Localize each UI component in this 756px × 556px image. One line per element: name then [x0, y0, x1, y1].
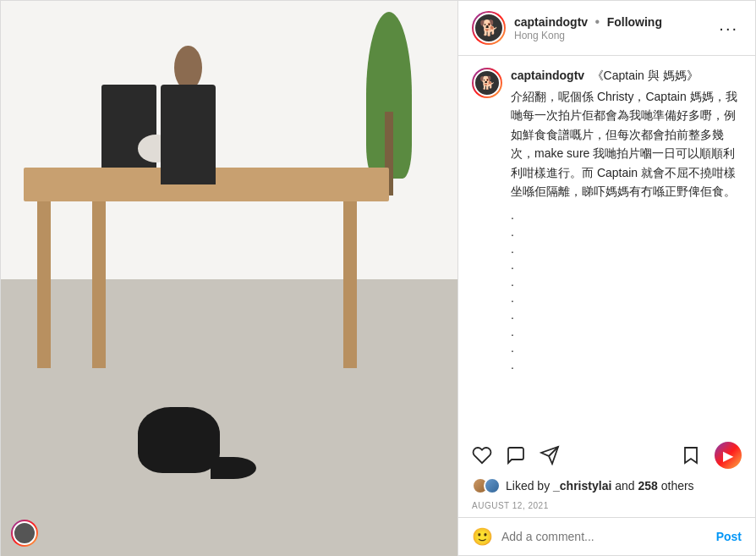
liked-by-label: Liked by	[506, 479, 550, 493]
header-user-info: captaindogtv • Following Hong Kong	[514, 14, 707, 41]
person-body	[161, 85, 216, 184]
header-username[interactable]: captaindogtv	[514, 15, 588, 29]
post-date: AUGUST 12, 2021	[458, 498, 755, 517]
likes-count: 258	[638, 479, 657, 493]
bookmark-icon	[681, 445, 701, 465]
viewer-avatar-inner	[13, 521, 36, 545]
bookmark-button[interactable]	[681, 445, 701, 465]
post-actions: ▶	[458, 433, 755, 474]
comment-button[interactable]	[506, 445, 526, 465]
emoji-picker-button[interactable]: 🙂	[472, 526, 493, 547]
header-dot: •	[595, 14, 600, 29]
caption-avatar-ring: 🐕	[472, 68, 502, 98]
profile-avatar-ring: 🐕	[472, 11, 506, 45]
share-icon	[540, 445, 560, 465]
comment-post-button[interactable]: Post	[716, 530, 742, 543]
reel-button[interactable]: ▶	[715, 442, 742, 469]
profile-avatar: 🐕	[474, 13, 504, 43]
header-following[interactable]: Following	[607, 15, 662, 29]
dog-avatar-icon: 🐕	[479, 19, 498, 37]
table-leg-1	[37, 201, 51, 368]
likes-others: others	[661, 479, 694, 493]
person-head	[174, 46, 201, 91]
reel-icon-symbol: ▶	[723, 448, 733, 464]
caption-dog-icon: 🐕	[479, 75, 496, 91]
table-leg-3	[92, 201, 106, 368]
cat-tail	[211, 457, 256, 479]
post-caption-area: 🐕 captaindogtv 《Captain 與 媽媽》 介紹翻，呢個係 Ch…	[458, 56, 755, 433]
share-button[interactable]	[540, 445, 560, 465]
table-leg-2	[343, 201, 357, 368]
header-username-row: captaindogtv • Following	[514, 14, 707, 30]
cat-body	[138, 407, 220, 474]
caption-body: 介紹翻，呢個係 Christy，Captain 媽媽，我哋每一次拍片佢都會為我哋…	[511, 87, 742, 201]
caption-username[interactable]: captaindogtv	[511, 69, 584, 82]
header-location: Hong Kong	[514, 30, 707, 41]
caption-header: 🐕 captaindogtv 《Captain 與 媽媽》 介紹翻，呢個係 Ch…	[472, 68, 742, 373]
caption-dots: ..........	[511, 207, 742, 373]
comment-box: 🙂 Post	[458, 517, 755, 555]
liker-avatar-2	[484, 477, 501, 494]
viewer-avatar	[11, 520, 38, 547]
comment-input[interactable]	[501, 530, 708, 543]
likes-and: and	[615, 479, 634, 493]
likes-avatars	[472, 477, 501, 494]
post-content: 🐕 captaindogtv • Following Hong Kong ···…	[457, 1, 755, 555]
like-button[interactable]	[472, 445, 492, 465]
likes-username[interactable]: _christylai	[553, 479, 611, 493]
likes-text: Liked by _christylai and 258 others	[506, 479, 694, 493]
comment-icon	[506, 445, 526, 465]
instagram-post: 🐕 captaindogtv • Following Hong Kong ···…	[0, 0, 756, 556]
floor-bg	[1, 279, 457, 557]
post-likes: Liked by _christylai and 258 others	[458, 474, 755, 498]
more-options-button[interactable]: ···	[715, 15, 742, 41]
heart-icon	[472, 445, 492, 465]
caption-text: captaindogtv 《Captain 與 媽媽》 介紹翻，呢個係 Chri…	[511, 68, 742, 373]
caption-avatar: 🐕	[474, 69, 501, 96]
caption-title: 《Captain 與 媽媽》	[592, 69, 698, 82]
post-image	[1, 1, 457, 556]
photo-scene	[1, 1, 457, 556]
post-header: 🐕 captaindogtv • Following Hong Kong ···	[458, 1, 755, 56]
svg-marker-2	[685, 448, 697, 463]
